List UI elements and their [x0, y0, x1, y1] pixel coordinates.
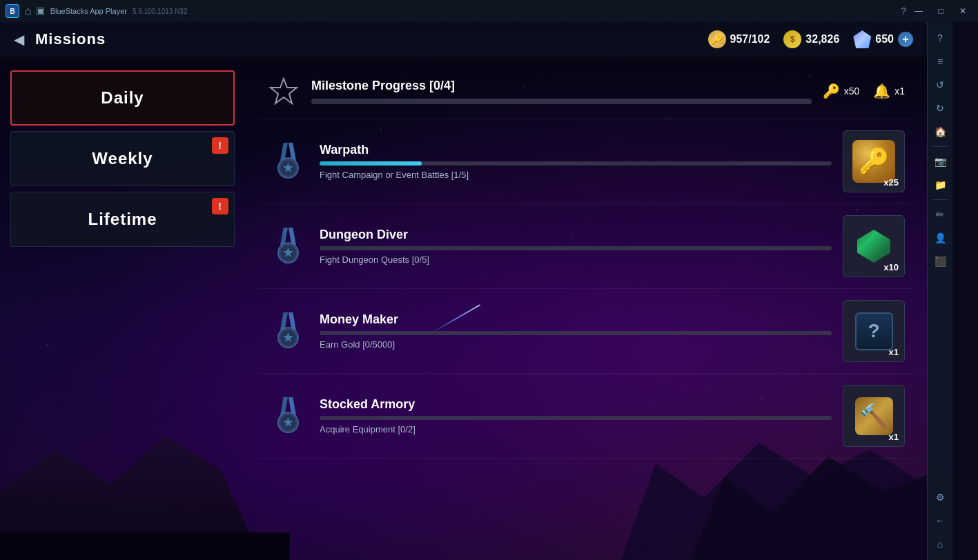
lifetime-label: Lifetime — [88, 210, 157, 229]
sidebar-icon-1[interactable]: ? — [930, 28, 950, 48]
gems-currency: 650 + — [853, 30, 913, 48]
left-nav: Daily Weekly ! Lifetime ! — [0, 57, 245, 560]
milestone-star-icon — [267, 74, 300, 108]
milestone-bell-reward: 🔔 x1 — [873, 83, 905, 99]
maximize-button[interactable]: □ — [931, 3, 950, 19]
coins-currency: $ 32,826 — [783, 30, 839, 48]
mission-reward-box: x10 — [843, 215, 905, 277]
reward-count: x25 — [883, 177, 899, 188]
mission-name-warpath: Warpath — [320, 143, 832, 157]
svg-marker-6 — [271, 79, 297, 103]
title-bar: B ⌂ ▣ BlueStacks App Player 5.9.100.1013… — [0, 0, 978, 22]
mission-info-dungeon-diver: Dungeon Diver Fight Dungeon Quests [0/5] — [320, 228, 832, 265]
coins-value: 32,826 — [805, 33, 839, 46]
mission-medal-money-maker — [267, 310, 309, 352]
weekly-alert-badge: ! — [212, 137, 228, 154]
sidebar-icon-9[interactable]: 👤 — [930, 228, 950, 248]
missions-list: Warpath Fight Campaign or Event Battles … — [259, 119, 913, 459]
sidebar-icon-8[interactable]: ✏ — [930, 204, 950, 225]
title-bar-left: B ⌂ ▣ BlueStacks App Player 5.9.100.1013… — [6, 4, 187, 18]
daily-tab[interactable]: Daily — [10, 70, 235, 126]
sidebar-back-icon[interactable]: ← — [930, 510, 950, 531]
daily-label: Daily — [101, 88, 144, 108]
title-bar-nav: ⌂ ▣ — [25, 5, 45, 17]
mission-item-money-maker: Money Maker Earn Gold [0/5000] ? x1 — [259, 289, 913, 374]
mission-item-dungeon-diver: Dungeon Diver Fight Dungeon Quests [0/5]… — [259, 204, 913, 289]
milestone-info: Milestone Progress [0/4] — [311, 79, 812, 104]
mission-name-dungeon-diver: Dungeon Diver — [320, 228, 832, 242]
mission-progress-bar-stocked-armory — [320, 416, 832, 420]
lifetime-alert-badge: ! — [212, 198, 228, 214]
hammer-reward-icon: 🔨 — [855, 397, 893, 435]
app-wrapper: B ⌂ ▣ BlueStacks App Player 5.9.100.1013… — [0, 0, 978, 560]
weekly-tab[interactable]: Weekly ! — [10, 131, 235, 186]
milestone-rewards: 🔑 x50 🔔 x1 — [823, 83, 905, 99]
mission-desc-warpath: Fight Campaign or Event Battles [1/5] — [320, 170, 832, 180]
milestone-row: Milestone Progress [0/4] 🔑 x50 🔔 x1 — [259, 63, 913, 119]
key-reward-icon: 🔑 — [852, 140, 895, 183]
mission-name-stocked-armory: Stocked Armory — [320, 397, 832, 412]
sidebar-icon-5[interactable]: 🏠 — [930, 121, 950, 142]
help-icon[interactable]: ? — [901, 6, 906, 17]
milestone-key-reward: 🔑 x50 — [823, 83, 860, 99]
mission-medal-stocked-armory — [267, 395, 309, 437]
app-subtitle: 5.9.100.1013 N32 — [133, 8, 188, 15]
settings-icon[interactable]: ⚙ — [930, 487, 950, 508]
milestone-title: Milestone Progress [0/4] — [311, 79, 812, 93]
mission-progress-bar-money-maker — [320, 331, 832, 335]
lifetime-tab[interactable]: Lifetime ! — [10, 192, 235, 247]
sidebar-icon-6[interactable]: 📷 — [930, 151, 950, 172]
multi-nav-icon[interactable]: ▣ — [36, 5, 45, 17]
mission-reward-box: 🔨 x1 — [843, 385, 905, 447]
mission-medal-warpath — [267, 141, 309, 182]
mission-reward-box: ? x1 — [843, 300, 905, 362]
mission-bar-fill-warpath — [320, 161, 422, 166]
app-title: BlueStacks App Player — [50, 7, 127, 15]
keys-currency: 🔑 957/102 — [708, 30, 770, 48]
sidebar-icon-10[interactable]: ⬛ — [930, 251, 950, 272]
reward-count: x1 — [889, 347, 899, 357]
sidebar-icon-3[interactable]: ↺ — [930, 74, 950, 95]
reward-count: x10 — [883, 262, 899, 272]
mission-desc-money-maker: Earn Gold [0/5000] — [320, 339, 832, 350]
mission-desc-dungeon-diver: Fight Dungeon Quests [0/5] — [320, 254, 832, 265]
reward-count: x1 — [889, 432, 899, 442]
bluestacks-logo: B — [6, 4, 19, 18]
gem-reward-icon — [855, 228, 893, 266]
milestone-bell-count: x1 — [894, 86, 905, 97]
sidebar-icon-4[interactable]: ↻ — [930, 98, 950, 119]
milestone-bell-icon: 🔔 — [873, 83, 890, 99]
mission-name-money-maker: Money Maker — [320, 312, 832, 327]
mission-info-stocked-armory: Stocked Armory Acquire Equipment [0/2] — [320, 397, 832, 434]
mission-info-money-maker: Money Maker Earn Gold [0/5000] — [320, 312, 832, 350]
sidebar-icon-2[interactable]: ≡ — [930, 51, 950, 72]
key-icon: 🔑 — [708, 30, 726, 48]
sidebar-icon-7[interactable]: 📁 — [930, 174, 950, 195]
main-content: Daily Weekly ! Lifetime ! — [0, 57, 927, 560]
mission-progress-bar-warpath — [320, 161, 832, 166]
coin-icon: $ — [783, 30, 801, 48]
minimize-button[interactable]: — — [909, 3, 928, 19]
currency-group: 🔑 957/102 $ 32,826 650 + — [708, 30, 913, 48]
page-title: Missions — [35, 30, 106, 48]
close-button[interactable]: ✕ — [953, 3, 972, 19]
mission-item-warpath: Warpath Fight Campaign or Event Battles … — [259, 119, 913, 204]
milestone-key-icon: 🔑 — [823, 83, 840, 99]
mission-desc-stocked-armory: Acquire Equipment [0/2] — [320, 424, 832, 434]
back-button[interactable]: ◀ — [14, 31, 24, 48]
game-area: ◀ Missions 🔑 957/102 $ 32,826 650 + — [0, 22, 952, 560]
title-bar-controls: ? — □ ✕ — [901, 3, 972, 19]
svg-text:B: B — [10, 8, 14, 15]
mission-reward-box: 🔑 x25 — [843, 130, 905, 192]
add-gems-button[interactable]: + — [898, 32, 913, 47]
home-nav-icon[interactable]: ⌂ — [25, 5, 32, 17]
mission-item-stocked-armory: Stocked Armory Acquire Equipment [0/2] 🔨… — [259, 374, 913, 459]
gems-value: 650 — [875, 33, 894, 46]
right-sidebar: ? ≡ ↺ ↻ 🏠 📷 📁 ✏ 👤 ⬛ ⚙ ← ⌂ — [927, 22, 952, 560]
keys-value: 957/102 — [730, 33, 770, 46]
milestone-progress-bar — [311, 99, 812, 104]
weekly-label: Weekly — [92, 149, 153, 168]
missions-panel: Milestone Progress [0/4] 🔑 x50 🔔 x1 — [245, 57, 927, 560]
chest-reward-icon: ? — [855, 312, 893, 350]
sidebar-home-icon[interactable]: ⌂ — [930, 534, 950, 554]
